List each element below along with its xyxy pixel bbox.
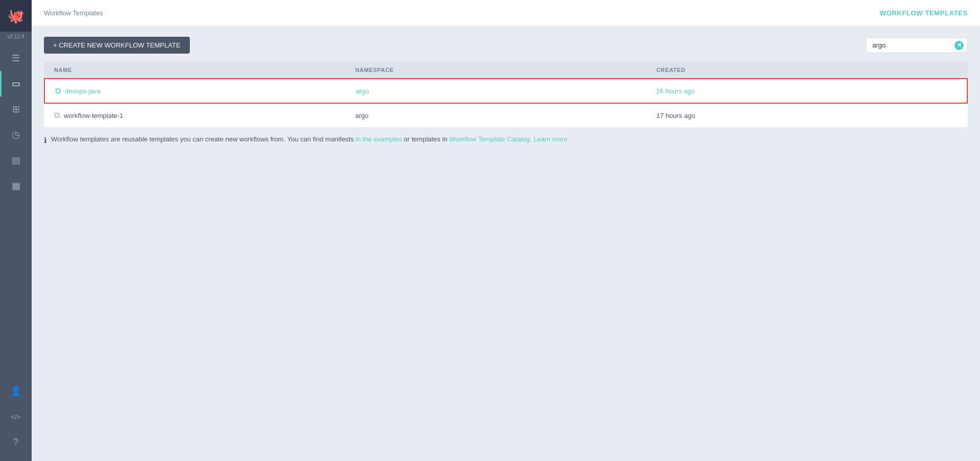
info-text: Workflow templates are reusable template… bbox=[51, 135, 569, 143]
breadcrumb: Workflow Templates bbox=[44, 9, 103, 17]
toolbar: + CREATE NEW WORKFLOW TEMPLATE ✕ bbox=[44, 37, 968, 54]
workflows-icon: ▭ bbox=[12, 78, 20, 89]
search-clear-button[interactable]: ✕ bbox=[954, 41, 964, 50]
row-created-cell: 16 hours ago bbox=[656, 87, 957, 95]
sidebar-item-workflows[interactable]: ▭ bbox=[0, 71, 32, 96]
learn-more-link[interactable]: Learn more. bbox=[533, 135, 569, 143]
content-area: + CREATE NEW WORKFLOW TEMPLATE ✕ NAME NA… bbox=[32, 27, 980, 461]
create-workflow-template-button[interactable]: + CREATE NEW WORKFLOW TEMPLATE bbox=[44, 37, 190, 54]
template-copy-icon: ⧉ bbox=[55, 86, 61, 95]
page-header: Workflow Templates WORKFLOW TEMPLATES bbox=[32, 0, 980, 27]
page-title: WORKFLOW TEMPLATES bbox=[880, 9, 968, 17]
examples-link[interactable]: in the examples bbox=[356, 135, 402, 143]
templates-icon: ▤ bbox=[12, 155, 20, 166]
header-namespace: NAMESPACE bbox=[355, 67, 656, 73]
row-name-cell: ⧉ devops-java bbox=[55, 86, 356, 95]
row-namespace-cell: argo bbox=[355, 112, 656, 119]
info-text-before: Workflow templates are reusable template… bbox=[51, 135, 354, 143]
sidebar: 🐙 v2.12.9 ☰ ▭ ⊞ ◷ ▤ ▦ 👤 </> ? bbox=[0, 0, 32, 461]
main-content: Workflow Templates WORKFLOW TEMPLATES + … bbox=[32, 0, 980, 461]
sidebar-item-cron[interactable]: ◷ bbox=[0, 122, 32, 148]
sidebar-item-user[interactable]: 👤 bbox=[0, 378, 32, 404]
search-input[interactable] bbox=[866, 37, 968, 53]
sidebar-item-events[interactable]: ⊞ bbox=[0, 96, 32, 122]
info-icon: ℹ bbox=[44, 136, 47, 145]
row-created-cell: 17 hours ago bbox=[656, 112, 958, 119]
sidebar-nav: ☰ ▭ ⊞ ◷ ▤ ▦ bbox=[0, 43, 32, 378]
row-name: devops-java bbox=[65, 87, 101, 95]
table-header: NAME NAMESPACE CREATED bbox=[44, 62, 968, 78]
sidebar-item-help[interactable]: ? bbox=[0, 429, 32, 455]
user-icon: 👤 bbox=[10, 385, 21, 397]
app-logo[interactable]: 🐙 bbox=[0, 0, 32, 32]
table-row[interactable]: ⧉ workflow-template-1 argo 17 hours ago bbox=[44, 104, 968, 127]
row-name-cell: ⧉ workflow-template-1 bbox=[54, 111, 355, 120]
template-copy-icon: ⧉ bbox=[54, 111, 60, 120]
header-name: NAME bbox=[54, 67, 355, 73]
row-created: 16 hours ago bbox=[656, 87, 695, 95]
row-created: 17 hours ago bbox=[656, 112, 695, 119]
app-version: v2.12.9 bbox=[8, 32, 24, 43]
info-box: ℹ Workflow templates are reusable templa… bbox=[44, 135, 968, 145]
table-row[interactable]: ⧉ devops-java argo 16 hours ago bbox=[44, 78, 968, 104]
api-icon: </> bbox=[11, 413, 21, 421]
help-icon: ? bbox=[13, 437, 18, 448]
events-icon: ⊞ bbox=[12, 104, 20, 115]
search-wrapper: ✕ bbox=[866, 37, 968, 53]
row-namespace: argo bbox=[356, 87, 369, 95]
sidebar-item-reports[interactable]: ▦ bbox=[0, 173, 32, 199]
sidebar-item-menu[interactable]: ☰ bbox=[0, 45, 32, 71]
workflow-templates-table: NAME NAMESPACE CREATED ⧉ devops-java arg… bbox=[44, 62, 968, 127]
logo-icon: 🐙 bbox=[8, 9, 24, 22]
cron-icon: ◷ bbox=[12, 129, 20, 140]
header-created: CREATED bbox=[656, 67, 958, 73]
sidebar-bottom: 👤 </> ? bbox=[0, 378, 32, 461]
sidebar-item-api[interactable]: </> bbox=[0, 404, 32, 429]
row-name: workflow-template-1 bbox=[64, 112, 123, 119]
reports-icon: ▦ bbox=[12, 180, 20, 191]
row-namespace: argo bbox=[355, 112, 369, 119]
menu-icon: ☰ bbox=[12, 53, 20, 64]
sidebar-item-templates[interactable]: ▤ bbox=[0, 148, 32, 173]
catalog-link[interactable]: Workflow Template Catalog. bbox=[449, 135, 531, 143]
row-namespace-cell: argo bbox=[356, 87, 656, 95]
